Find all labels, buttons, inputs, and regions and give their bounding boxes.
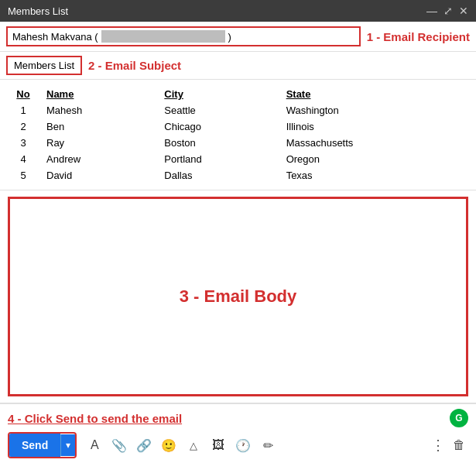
recipient-name: Mahesh Makvana ( [12, 31, 98, 43]
recipient-box[interactable]: Mahesh Makvana ( ) [6, 26, 361, 46]
subject-label: 2 - Email Subject [88, 59, 181, 72]
cell-city: Dallas [156, 167, 278, 183]
table-row: 3 Ray Boston Massachusetts [8, 135, 468, 151]
table-area: No Name City State 1 Mahesh Seattle Wash… [0, 80, 476, 190]
footer: 4 - Click Send to send the email G Send … [0, 403, 476, 463]
cell-name: David [39, 167, 156, 183]
cell-no: 1 [8, 102, 39, 118]
cell-no: 4 [8, 151, 39, 167]
maximize-button[interactable]: ⤢ [443, 5, 453, 17]
cell-city: Portland [156, 151, 278, 167]
format-text-icon[interactable]: A [83, 434, 106, 457]
send-label-row: 4 - Click Send to send the email G [8, 409, 468, 427]
cell-no: 5 [8, 167, 39, 183]
recipient-close: ) [228, 31, 231, 43]
send-button-group[interactable]: Send ▾ [8, 432, 77, 458]
more-options-icon[interactable]: ⋮ [428, 437, 448, 454]
window-title: Members List [8, 5, 68, 17]
cell-name: Ray [39, 135, 156, 151]
cell-name: Ben [39, 118, 156, 135]
drive-icon[interactable]: △ [182, 434, 205, 457]
members-table: No Name City State 1 Mahesh Seattle Wash… [8, 86, 468, 183]
grammarly-icon: G [450, 409, 468, 427]
close-button[interactable]: ✕ [459, 5, 468, 17]
col-name: Name [39, 86, 156, 102]
cell-state: Washington [279, 102, 468, 118]
minimize-button[interactable]: — [426, 5, 437, 17]
cell-state: Texas [279, 167, 468, 183]
attach-icon[interactable]: 📎 [108, 434, 131, 457]
email-body-label: 3 - Email Body [180, 286, 297, 307]
window: Members List — ⤢ ✕ Mahesh Makvana ( ) 1 … [0, 0, 476, 463]
cell-name: Mahesh [39, 102, 156, 118]
send-instruction: 4 - Click Send to send the email [8, 412, 182, 425]
recipient-label: 1 - Email Recipient [367, 30, 470, 43]
subject-box[interactable]: Members List [6, 56, 82, 75]
send-dropdown-button[interactable]: ▾ [60, 434, 75, 456]
cell-state: Oregon [279, 151, 468, 167]
cell-state: Massachusetts [279, 135, 468, 151]
cell-no: 3 [8, 135, 39, 151]
delete-icon[interactable]: 🗑 [450, 438, 468, 452]
email-body-area: 3 - Email Body [0, 190, 476, 403]
col-city: City [156, 86, 278, 102]
cell-name: Andrew [39, 151, 156, 167]
table-row: 2 Ben Chicago Illinois [8, 118, 468, 135]
cell-city: Boston [156, 135, 278, 151]
table-row: 1 Mahesh Seattle Washington [8, 102, 468, 118]
table-row: 4 Andrew Portland Oregon [8, 151, 468, 167]
cell-state: Illinois [279, 118, 468, 135]
content-area: Mahesh Makvana ( ) 1 - Email Recipient M… [0, 22, 476, 463]
recipient-row: Mahesh Makvana ( ) 1 - Email Recipient [0, 22, 476, 52]
send-button[interactable]: Send [9, 434, 60, 457]
subject-row: Members List 2 - Email Subject [0, 52, 476, 80]
subject-value: Members List [14, 60, 74, 71]
title-bar: Members List — ⤢ ✕ [0, 0, 476, 22]
cell-no: 2 [8, 118, 39, 135]
link-icon[interactable]: 🔗 [132, 434, 156, 457]
col-no: No [8, 86, 39, 102]
image-icon[interactable]: 🖼 [207, 434, 230, 457]
cell-city: Seattle [156, 102, 278, 118]
edit-icon[interactable]: ✏ [256, 434, 279, 457]
toolbar-row: Send ▾ A 📎 🔗 🙂 △ 🖼 🕐 ✏ ⋮ 🗑 [8, 432, 468, 458]
col-state: State [279, 86, 468, 102]
email-body-box[interactable]: 3 - Email Body [8, 197, 468, 396]
cell-city: Chicago [156, 118, 278, 135]
recipient-input[interactable] [101, 30, 225, 43]
title-bar-controls: — ⤢ ✕ [426, 5, 468, 17]
table-row: 5 David Dallas Texas [8, 167, 468, 183]
emoji-icon[interactable]: 🙂 [157, 434, 180, 457]
schedule-icon[interactable]: 🕐 [231, 434, 255, 457]
